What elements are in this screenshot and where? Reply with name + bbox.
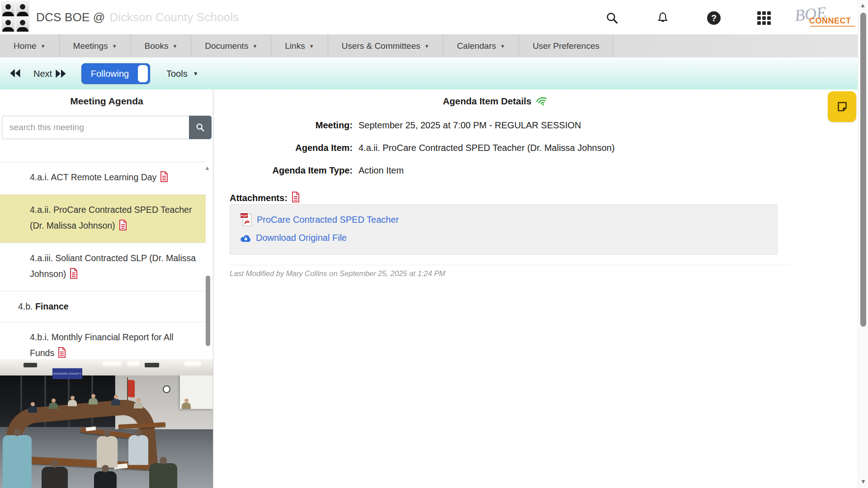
pdf-file-icon: PDF	[240, 213, 252, 227]
nav-tab-links[interactable]: Links▼	[271, 34, 328, 57]
agenda-list-item[interactable]: 4.a.iii. Soliant Contracted SLP (Dr. Mal…	[0, 243, 206, 291]
brand-connect-text: CONNECT	[809, 16, 851, 26]
caret-down-icon: ▼	[41, 43, 46, 49]
cloud-download-icon	[240, 234, 251, 243]
caret-down-icon: ▼	[193, 70, 198, 77]
board-members-logo	[1, 1, 30, 33]
page-title: DCS BOE @ Dickson County Schools	[36, 0, 239, 34]
sidebar-scrollbar-thumb[interactable]	[206, 276, 210, 346]
attachments-heading: Attachments:	[230, 192, 300, 205]
attachments-box: PDF ProCare Contracted SPED Teacher Down…	[230, 204, 778, 255]
search-icon[interactable]	[604, 10, 620, 26]
person-silhouette-icon	[2, 2, 15, 16]
caret-down-icon: ▼	[112, 43, 117, 49]
video-flag	[128, 380, 135, 398]
svg-text:PDF: PDF	[241, 214, 248, 218]
nav-tab-calendars[interactable]: Calendars▼	[443, 34, 519, 57]
page-scrollbar-thumb[interactable]	[860, 13, 866, 327]
apps-grid-icon[interactable]	[756, 10, 772, 26]
help-icon[interactable]: ?	[706, 10, 722, 26]
sidebar-title: Meeting Agenda	[0, 96, 213, 107]
agenda-list-item-selected[interactable]: 4.a.ii. ProCare Contracted SPED Teacher …	[0, 195, 206, 243]
search-input[interactable]	[2, 116, 189, 139]
detail-row-agenda-item: Agenda Item: 4.a.ii. ProCare Contracted …	[230, 136, 817, 159]
caret-down-icon: ▼	[172, 43, 177, 49]
meeting-agenda-panel: Meeting Agenda 4.a.i. ACT Remote Learnin…	[0, 89, 213, 488]
video-clock	[163, 385, 170, 393]
video-feed[interactable]: DICKSON COUNTY SCHOOLS	[0, 359, 213, 488]
attachment-file-row: PDF ProCare Contracted SPED Teacher	[240, 213, 399, 227]
fast-forward-icon	[55, 68, 67, 80]
nav-tab-user-preferences[interactable]: User Preferences	[519, 34, 613, 57]
attachment-doc-icon	[160, 171, 169, 187]
caret-down-icon: ▼	[425, 43, 429, 49]
toggle-pill	[138, 65, 148, 82]
agenda-section-finance[interactable]: 4.b. Finance	[0, 291, 206, 322]
nav-tab-documents[interactable]: Documents▼	[191, 34, 271, 57]
details-title: Agenda Item Details	[443, 96, 532, 107]
last-modified-text: Last Modified by Mary Collins on Septemb…	[230, 269, 445, 278]
nav-tab-books[interactable]: Books▼	[131, 34, 192, 57]
caret-down-icon: ▼	[309, 43, 314, 49]
following-toggle-button[interactable]: Following	[81, 63, 150, 84]
person-silhouette-icon	[16, 18, 29, 32]
nav-tab-home[interactable]: Home▼	[0, 34, 60, 57]
agenda-list-item[interactable]: 4.a.i. ACT Remote Learning Day	[0, 162, 206, 195]
next-item-button[interactable]: Next	[33, 65, 67, 83]
search-icon	[195, 122, 205, 132]
rewind-icon	[9, 67, 22, 79]
agenda-item-list: 4.a.i. ACT Remote Learning Day 4.a.ii. P…	[0, 162, 206, 359]
tools-menu-button[interactable]: Tools ▼	[166, 65, 198, 83]
agenda-list-item[interactable]: 4.b.i. Monthly Financial Report for All …	[0, 322, 206, 359]
agenda-item-details-panel: Agenda Item Details Meeting: September 2…	[213, 89, 858, 488]
agenda-search	[2, 116, 212, 139]
main-navigation: Home▼ Meetings▼ Books▼ Documents▼ Links▼…	[0, 34, 868, 57]
caret-down-icon: ▼	[500, 43, 505, 49]
person-silhouette-icon	[2, 18, 15, 32]
caret-down-icon: ▼	[252, 43, 257, 49]
attachment-doc-icon	[118, 220, 127, 235]
notifications-bell-icon[interactable]	[655, 10, 670, 26]
video-ceiling	[0, 359, 213, 375]
person-silhouette-icon	[16, 2, 29, 16]
sidebar-scroll-up-icon[interactable]: ▲	[204, 164, 210, 171]
board-title: DCS BOE @	[36, 10, 105, 24]
download-row: Download Original File	[240, 233, 347, 243]
page-scrollbar: ▲ ▼	[858, 0, 868, 488]
sticky-note-icon	[835, 99, 849, 114]
details-header: Agenda Item Details	[213, 96, 778, 107]
attachment-doc-icon	[69, 268, 78, 284]
nav-tab-meetings[interactable]: Meetings▼	[60, 34, 131, 57]
video-banner: DICKSON COUNTY SCHOOLS	[52, 368, 82, 379]
notes-button[interactable]	[828, 91, 856, 122]
detail-row-agenda-item-type: Agenda Item Type: Action Item	[230, 159, 817, 182]
attachment-doc-icon	[57, 347, 66, 359]
search-submit-button[interactable]	[189, 116, 212, 139]
header: DCS BOE @ Dickson County Schools ? BOE C…	[0, 0, 868, 34]
detail-row-meeting: Meeting: September 25, 2025 at 7:00 PM -…	[230, 114, 817, 136]
download-original-link[interactable]: Download Original File	[256, 233, 347, 243]
scroll-down-arrow-icon[interactable]: ▼	[860, 478, 866, 485]
attachment-link[interactable]: ProCare Contracted SPED Teacher	[257, 215, 399, 225]
brand-tagline-line	[810, 26, 855, 27]
meeting-toolbar: Next Following Tools ▼	[0, 57, 868, 89]
live-wifi-icon	[535, 94, 549, 108]
attachment-doc-icon	[291, 192, 300, 205]
previous-item-button[interactable]	[9, 67, 22, 81]
scroll-up-arrow-icon[interactable]: ▲	[860, 2, 866, 9]
nav-tab-users-committees[interactable]: Users & Committees▼	[328, 34, 443, 57]
org-title: Dickson County Schools	[109, 10, 239, 24]
boe-connect-logo: BOE CONNECT	[795, 5, 863, 31]
divider	[230, 265, 790, 265]
